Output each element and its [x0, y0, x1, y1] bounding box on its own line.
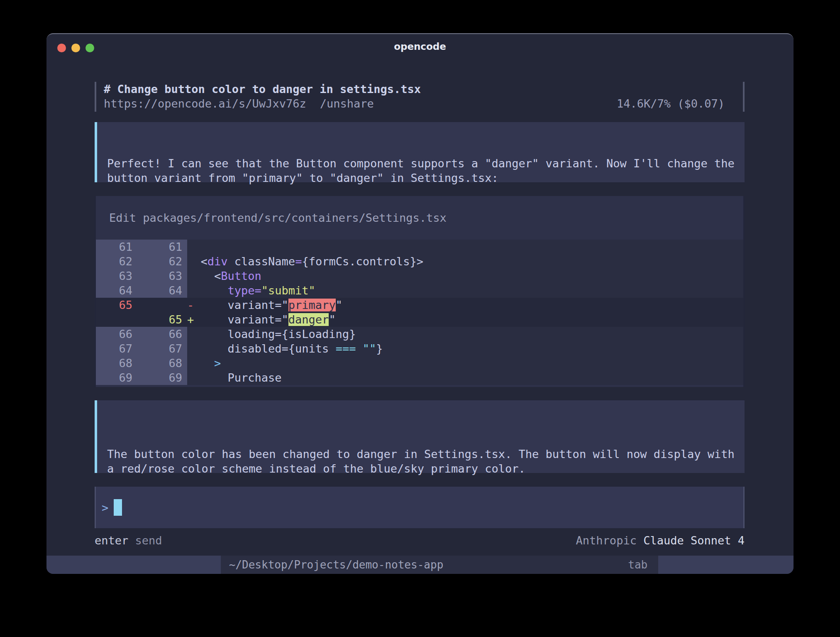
diff-code-line: <div className={formCs.controls}>: [187, 254, 743, 269]
new-line-number: 63: [137, 269, 187, 283]
diff-row: 6363 <Button: [96, 269, 743, 283]
tab-key-hint[interactable]: tab: [628, 556, 647, 574]
diff-view: 61616262 <div className={formCs.controls…: [96, 240, 743, 385]
new-line-number: 61: [137, 240, 187, 254]
diff-row: 6464 type="submit": [96, 283, 743, 298]
app-version-segment: opencode v0.3.11: [46, 556, 221, 574]
old-line-number: 62: [96, 254, 137, 269]
new-line-number: 62: [137, 254, 187, 269]
old-line-number: 68: [96, 356, 137, 370]
diff-row: 65+ variant="danger": [96, 312, 743, 327]
assistant-message: Perfect! I can see that the Button compo…: [95, 122, 745, 182]
share-url-link[interactable]: https://opencode.ai/s/UwJxv76z: [104, 96, 306, 111]
message-text: The button color has been changed to dan…: [107, 447, 736, 476]
unshare-command[interactable]: /unshare: [320, 96, 374, 111]
diff-code-line: >: [187, 356, 743, 370]
session-title: # Change button color to danger in setti…: [104, 82, 743, 96]
working-directory: ~/Desktop/Projects/demo-notes-app: [229, 556, 444, 574]
edit-tool-card: Edit packages/frontend/src/containers/Se…: [95, 196, 745, 387]
diff-row: 6868 >: [96, 356, 743, 370]
message-line: The button color has been changed to dan…: [107, 447, 736, 461]
diff-code-line: disabled={units === ""}: [187, 341, 743, 356]
diff-row: 6161: [96, 240, 743, 254]
message-line: Perfect! I can see that the Button compo…: [107, 156, 736, 171]
new-line-number: 69: [137, 370, 187, 385]
diff-code-line: <Button: [187, 269, 743, 283]
message-line: a red/rose color scheme instead of the b…: [107, 461, 736, 476]
message-text: Perfect! I can see that the Button compo…: [107, 156, 736, 185]
message-line: button variant from "primary" to "danger…: [107, 171, 736, 185]
prompt-input[interactable]: >: [95, 487, 745, 528]
session-header: # Change button color to danger in setti…: [95, 82, 745, 112]
diff-code-line: [187, 240, 743, 254]
diff-code-line: Purchase: [187, 370, 743, 385]
old-line-number: 64: [96, 283, 137, 298]
new-line-number: 65: [137, 312, 187, 327]
old-line-number: [96, 312, 137, 327]
diff-code-line: + variant="danger": [187, 312, 743, 327]
hint-row: enter send Anthropic Claude Sonnet 4: [95, 533, 745, 548]
window-title: opencode: [46, 34, 794, 59]
diff-row: 6262 <div className={formCs.controls}>: [96, 254, 743, 269]
diff-code-line: - variant="primary": [187, 298, 743, 312]
old-line-number: 63: [96, 269, 137, 283]
desktop-background: opencode # Change button color to danger…: [0, 0, 840, 637]
model-indicator: Anthropic Claude Sonnet 4: [576, 533, 745, 548]
new-line-number: [137, 298, 187, 312]
enter-hint: enter send: [95, 533, 162, 548]
enter-key-label: enter: [95, 534, 128, 547]
diff-row: 65- variant="primary": [96, 298, 743, 312]
window-titlebar[interactable]: opencode: [46, 34, 794, 59]
old-line-number: 66: [96, 327, 137, 341]
send-action-label: send: [128, 534, 162, 547]
old-line-number: 61: [96, 240, 137, 254]
new-line-number: 64: [137, 283, 187, 298]
diff-row: 6767 disabled={units === ""}: [96, 341, 743, 356]
new-line-number: 68: [137, 356, 187, 370]
opencode-window: opencode # Change button color to danger…: [46, 33, 794, 574]
session-subheader: https://opencode.ai/s/UwJxv76z /unshare …: [104, 96, 743, 111]
old-line-number: 67: [96, 341, 137, 356]
new-line-number: 66: [137, 327, 187, 341]
diff-row: 6666 loading={isLoading}: [96, 327, 743, 341]
provider-label: Anthropic: [576, 534, 644, 547]
prompt-chevron-icon: >: [102, 501, 108, 514]
text-cursor: [114, 499, 122, 516]
new-line-number: 67: [137, 341, 187, 356]
token-cost-stats: 14.6K/7% ($0.07): [617, 96, 743, 111]
statusbar-spacer: [443, 556, 628, 574]
old-line-number: 69: [96, 370, 137, 385]
edit-tool-title: Edit packages/frontend/src/containers/Se…: [96, 196, 743, 240]
old-line-number: 65: [96, 298, 137, 312]
diff-code-line: type="submit": [187, 283, 743, 298]
diff-row: 6969 Purchase: [96, 370, 743, 385]
assistant-message: The button color has been changed to dan…: [95, 400, 745, 473]
diff-code-line: loading={isLoading}: [187, 327, 743, 341]
mode-indicator[interactable]: BUILD MODE: [658, 556, 794, 574]
model-label: Claude Sonnet 4: [643, 534, 745, 547]
status-bar: opencode v0.3.11 ~/Desktop/Projects/demo…: [46, 556, 794, 574]
